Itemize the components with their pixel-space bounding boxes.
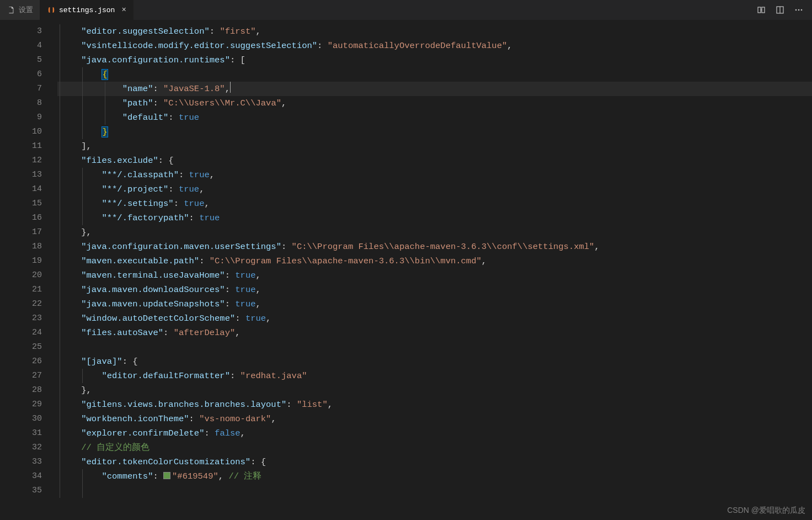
code-line[interactable]: "comments": "#619549", // 注释: [57, 469, 812, 484]
tab-settings-json[interactable]: settings.json ×: [40, 0, 133, 20]
code-line[interactable]: "workbench.iconTheme": "vs-nomo-dark",: [57, 412, 812, 426]
line-number: 34: [9, 469, 57, 484]
code-line[interactable]: {: [57, 67, 812, 82]
code-line[interactable]: "**/.classpath": true,: [57, 168, 812, 182]
json-icon: [47, 6, 56, 14]
line-number: 23: [9, 311, 57, 326]
text-cursor: [230, 82, 231, 93]
line-number: 30: [9, 412, 57, 426]
line-number: 20: [9, 268, 57, 283]
code-line[interactable]: "explorer.confirmDelete": false,: [57, 426, 812, 441]
svg-rect-1: [762, 7, 765, 13]
line-number: 28: [9, 383, 57, 397]
line-number: 16: [9, 211, 57, 225]
code-line[interactable]: ],: [57, 139, 812, 153]
svg-point-5: [798, 9, 800, 11]
line-number: 8: [9, 96, 57, 110]
line-number: 25: [9, 340, 57, 354]
line-number: 4: [9, 39, 57, 53]
editor-title-actions: [756, 0, 812, 20]
code-line[interactable]: "files.autoSave": "afterDelay",: [57, 326, 812, 340]
split-editor-icon[interactable]: [774, 4, 786, 15]
code-line[interactable]: "default": true: [57, 110, 812, 125]
line-number: 22: [9, 297, 57, 311]
line-number: 5: [9, 53, 57, 67]
code-line[interactable]: [57, 340, 812, 354]
svg-point-4: [795, 9, 797, 11]
color-swatch: [163, 472, 170, 479]
code-line[interactable]: "java.configuration.maven.userSettings":…: [57, 240, 812, 254]
compare-icon[interactable]: [756, 4, 767, 15]
code-editor[interactable]: "editor.suggestSelection": "first", "vsi…: [57, 20, 812, 520]
line-number: 12: [9, 153, 57, 168]
code-line[interactable]: "**/.factorypath": true: [57, 211, 812, 225]
line-number: 27: [9, 369, 57, 383]
line-numbers: 3456789101112131415161718192021222324252…: [9, 20, 57, 520]
svg-rect-0: [758, 7, 761, 13]
code-line[interactable]: "editor.suggestSelection": "first",: [57, 24, 812, 39]
line-number: 35: [9, 484, 57, 498]
line-number: 29: [9, 397, 57, 412]
line-number: 32: [9, 441, 57, 455]
code-line[interactable]: "**/.settings": true,: [57, 197, 812, 211]
code-line[interactable]: "maven.terminal.useJavaHome": true,: [57, 268, 812, 283]
code-line[interactable]: "gitlens.views.branches.branches.layout"…: [57, 397, 812, 412]
code-line[interactable]: "[java]": {: [57, 354, 812, 369]
code-line[interactable]: "name": "JavaSE-1.8",: [57, 82, 812, 96]
line-number: 13: [9, 168, 57, 182]
code-line[interactable]: "java.configuration.runtimes": [: [57, 53, 812, 67]
line-number: 11: [9, 139, 57, 153]
line-number: 19: [9, 254, 57, 268]
watermark: CSDN @爱唱歌的瓜皮: [727, 506, 805, 516]
line-number: 7: [9, 82, 57, 96]
line-number: 31: [9, 426, 57, 441]
code-line[interactable]: }: [57, 125, 812, 139]
line-number: 3: [9, 24, 57, 39]
code-line[interactable]: "vsintellicode.modify.editor.suggestSele…: [57, 39, 812, 53]
code-line[interactable]: "editor.defaultFormatter": "redhat.java": [57, 369, 812, 383]
tab-label: settings.json: [59, 6, 115, 14]
code-line[interactable]: [57, 484, 812, 498]
line-number: 33: [9, 455, 57, 469]
line-number: 15: [9, 197, 57, 211]
code-line[interactable]: "window.autoDetectColorScheme": true,: [57, 311, 812, 326]
file-icon: [7, 6, 15, 14]
line-number: 6: [9, 67, 57, 82]
code-line[interactable]: },: [57, 225, 812, 240]
code-line[interactable]: "**/.project": true,: [57, 182, 812, 197]
code-line[interactable]: "maven.executable.path": "C:\\Program Fi…: [57, 254, 812, 268]
svg-point-6: [801, 9, 803, 11]
tab-settings[interactable]: 设置: [0, 0, 40, 20]
code-line[interactable]: // 自定义的颜色: [57, 441, 812, 455]
more-icon[interactable]: [793, 4, 804, 15]
line-number: 17: [9, 225, 57, 240]
line-number: 24: [9, 326, 57, 340]
line-number: 10: [9, 125, 57, 139]
line-number: 9: [9, 110, 57, 125]
code-line[interactable]: "java.maven.downloadSources": true,: [57, 283, 812, 297]
code-line[interactable]: "path": "C:\\Users\\Mr.C\\Java",: [57, 96, 812, 110]
line-number: 18: [9, 240, 57, 254]
line-number: 26: [9, 354, 57, 369]
code-line[interactable]: "files.exclude": {: [57, 153, 812, 168]
close-icon[interactable]: ×: [121, 6, 126, 14]
glyph-margin: [0, 20, 9, 520]
line-number: 21: [9, 283, 57, 297]
line-number: 14: [9, 182, 57, 197]
code-line[interactable]: },: [57, 383, 812, 397]
code-line[interactable]: "editor.tokenColorCustomizations": {: [57, 455, 812, 469]
tab-label: 设置: [19, 5, 33, 15]
editor-area: 3456789101112131415161718192021222324252…: [0, 20, 812, 520]
tab-bar: 设置 settings.json ×: [0, 0, 812, 20]
code-line[interactable]: "java.maven.updateSnapshots": true,: [57, 297, 812, 311]
